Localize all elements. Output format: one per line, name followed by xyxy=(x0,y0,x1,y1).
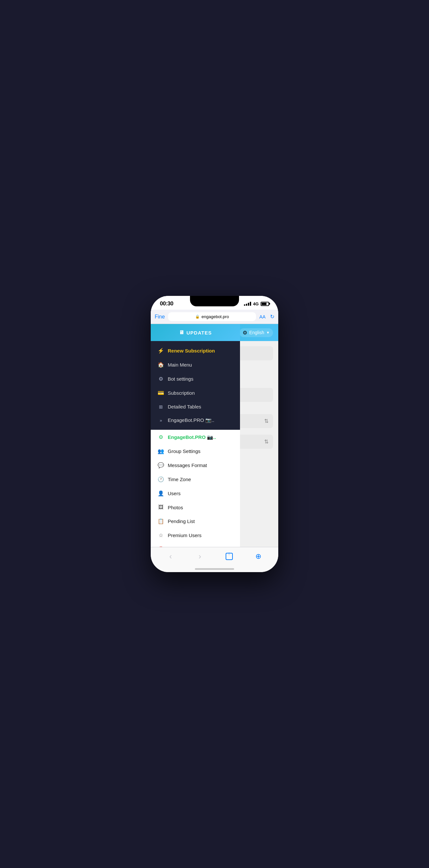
phone-screen: 00:30 4G Fine 🔒 engagebot.pro xyxy=(151,296,278,572)
menu-item-users[interactable]: 👤 Users xyxy=(151,486,240,500)
status-icons: 4G xyxy=(244,302,269,306)
menu-item-subscription[interactable]: 💳 Subscription xyxy=(151,386,240,400)
nav-back-icon: ‹ xyxy=(169,552,172,561)
messages-format-label: Messages Format xyxy=(168,463,207,468)
menu-item-messages-format[interactable]: 💬 Messages Format xyxy=(151,458,240,472)
sidebar-menu: 🖥 UPDATES ⚡ Renew Subscription 🏠 xyxy=(151,324,240,547)
menu-item-main-menu[interactable]: 🏠 Main Menu xyxy=(151,358,240,372)
browser-back-button[interactable]: Fine xyxy=(155,314,165,320)
browser-url-bar[interactable]: 🔒 engagebot.pro xyxy=(168,312,256,321)
messages-format-icon: 💬 xyxy=(157,462,164,468)
time-zone-icon: 🕐 xyxy=(157,476,164,483)
bg-input-2-arrow: ⇅ xyxy=(264,439,268,445)
battery-icon xyxy=(261,302,269,306)
engagebot-green-icon: ⚙ xyxy=(157,434,164,440)
nav-forward-button[interactable]: › xyxy=(193,551,207,562)
nav-forward-icon: › xyxy=(198,552,201,561)
photos-icon: 🖼 xyxy=(157,504,164,510)
nav-share-button[interactable]: ↑ xyxy=(222,551,236,562)
url-text: engagebot.pro xyxy=(201,314,229,319)
flag-icon: ⚙ xyxy=(243,330,247,336)
updates-icon: 🖥 xyxy=(179,330,185,336)
bot-settings-icon: ⚙ xyxy=(157,376,164,382)
group-settings-label: Group Settings xyxy=(168,448,200,454)
nav-bookmark-button[interactable]: ⊕ xyxy=(251,551,265,562)
sidebar-white-section: ⚙ EngageBot.PRO 📷.. 👥 Group Settings 💬 M… xyxy=(151,430,240,547)
home-bar xyxy=(195,568,234,570)
nav-back-button[interactable]: ‹ xyxy=(164,551,178,562)
home-indicator xyxy=(151,565,278,572)
menu-item-engagebot-green[interactable]: ⚙ EngageBot.PRO 📷.. xyxy=(151,430,240,444)
detailed-tables-icon: ⊞ xyxy=(157,404,164,409)
blacklist-icon: 🚫 xyxy=(157,546,164,547)
browser-actions: AA ↻ xyxy=(259,314,274,320)
browser-bar: Fine 🔒 engagebot.pro AA ↻ xyxy=(151,310,278,324)
signal-bar-3 xyxy=(248,303,249,306)
sidebar-top-menu: ⚡ Renew Subscription 🏠 Main Menu ⚙ Bot s… xyxy=(151,341,240,430)
detailed-tables-label: Detailed Tables xyxy=(168,404,201,409)
battery-fill xyxy=(262,303,266,305)
menu-item-renew[interactable]: ⚡ Renew Subscription xyxy=(151,344,240,358)
menu-item-detailed-tables[interactable]: ⊞ Detailed Tables xyxy=(151,400,240,413)
subscription-icon: 💳 xyxy=(157,390,164,396)
main-menu-label: Main Menu xyxy=(168,362,192,368)
photos-label: Photos xyxy=(168,505,183,510)
engagebot-dark-label: EngageBot.PRO 📷.. xyxy=(168,417,214,423)
premium-users-icon: ☆ xyxy=(157,532,164,538)
subscription-label: Subscription xyxy=(168,390,195,396)
renew-icon: ⚡ xyxy=(157,348,164,354)
notch xyxy=(190,296,239,306)
nav-share-icon: ↑ xyxy=(226,553,233,560)
menu-item-bot-settings[interactable]: ⚙ Bot settings xyxy=(151,372,240,386)
menu-item-photos[interactable]: 🖼 Photos xyxy=(151,500,240,514)
network-type: 4G xyxy=(253,302,259,306)
bg-input-arrow: ⇅ xyxy=(264,418,268,424)
bot-settings-label: Bot settings xyxy=(168,376,193,382)
browser-bottom-bar: ‹ › ↑ ⊕ xyxy=(151,547,278,565)
menu-item-pending-list[interactable]: 📋 Pending List xyxy=(151,514,240,528)
browser-aa-button[interactable]: AA xyxy=(259,314,265,319)
sidebar-dark-section: 🖥 UPDATES ⚡ Renew Subscription 🏠 xyxy=(151,324,240,430)
home-icon: 🏠 xyxy=(157,362,164,368)
premium-users-label: Premium Users xyxy=(168,532,201,538)
signal-bar-4 xyxy=(250,302,251,306)
menu-item-premium-users[interactable]: ☆ Premium Users xyxy=(151,528,240,542)
status-time: 00:30 xyxy=(160,301,173,307)
engagebot-dark-icon: » xyxy=(157,418,164,423)
menu-item-group-settings[interactable]: 👥 Group Settings xyxy=(151,444,240,458)
menu-item-time-zone[interactable]: 🕐 Time Zone xyxy=(151,472,240,486)
menu-item-blacklist[interactable]: 🚫 Blacklist xyxy=(151,542,240,547)
language-label: English xyxy=(249,330,264,335)
signal-bar-1 xyxy=(244,304,245,306)
time-zone-label: Time Zone xyxy=(168,476,191,482)
renew-label: Renew Subscription xyxy=(168,348,215,353)
updates-label: UPDATES xyxy=(186,330,212,336)
sidebar-header: 🖥 UPDATES xyxy=(151,324,240,341)
users-label: Users xyxy=(168,491,180,496)
engagebot-green-label: EngageBot.PRO 📷.. xyxy=(168,434,216,440)
lock-icon: 🔒 xyxy=(195,314,200,319)
phone-frame: 00:30 4G Fine 🔒 engagebot.pro xyxy=(151,296,278,572)
sidebar-header-title: 🖥 UPDATES xyxy=(179,330,212,336)
signal-bar-2 xyxy=(246,304,247,306)
browser-reload-button[interactable]: ↻ xyxy=(270,314,274,320)
users-icon: 👤 xyxy=(157,490,164,497)
signal-bars xyxy=(244,302,251,306)
language-selector[interactable]: ⚙ English ▼ xyxy=(239,328,273,337)
menu-item-engagebot-dark[interactable]: » EngageBot.PRO 📷.. xyxy=(151,413,240,427)
pending-list-label: Pending List xyxy=(168,519,195,524)
group-settings-icon: 👥 xyxy=(157,448,164,454)
nav-bookmark-icon: ⊕ xyxy=(255,552,261,561)
pending-list-icon: 📋 xyxy=(157,518,164,524)
lang-chevron-icon: ▼ xyxy=(266,331,270,335)
content-area: ◇ ▼ ⚙ English ▼ 5pYNmMGEx xyxy=(151,324,278,547)
blacklist-label: Blacklist xyxy=(168,547,186,547)
